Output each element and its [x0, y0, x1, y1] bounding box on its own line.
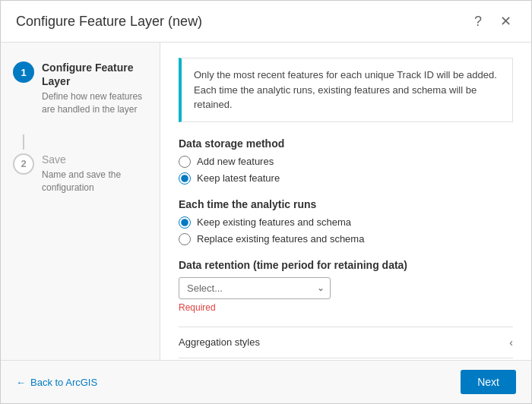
radio-keep-schema[interactable]: Keep existing features and schema: [179, 216, 513, 229]
aggregation-styles-label: Aggregation styles: [179, 336, 260, 348]
retention-select-wrapper: Select... ⌄: [179, 277, 331, 299]
collapsibles: Aggregation styles ‹ Editor tracking ‹: [179, 327, 513, 361]
close-button[interactable]: ✕: [496, 11, 516, 31]
step-label-1: Configure Feature Layer: [42, 61, 147, 88]
storage-radio-group: Add new features Keep latest feature: [179, 156, 513, 185]
radio-keep-schema-input[interactable]: [179, 216, 191, 229]
radio-add-features-label: Add new features: [197, 156, 274, 167]
retention-section-title: Data retention (time period for retainin…: [179, 259, 513, 271]
analytic-section-title: Each time the analytic runs: [179, 198, 513, 210]
info-text: Only the most recent features for each u…: [194, 68, 500, 112]
back-arrow-icon: ←: [16, 377, 26, 388]
step-connector: [23, 134, 24, 150]
retention-section: Data retention (time period for retainin…: [179, 259, 513, 313]
radio-add-features-input[interactable]: [179, 156, 191, 168]
dialog-title: Configure Feature Layer (new): [16, 14, 202, 30]
step-item-2: 2 Save Name and save the configuration: [13, 153, 147, 194]
back-label: Back to ArcGIS: [30, 377, 97, 388]
storage-section-title: Data storage method: [179, 137, 513, 150]
step-circle-1: 1: [13, 62, 34, 83]
radio-keep-latest-label: Keep latest feature: [197, 172, 280, 184]
step-text-1: Configure Feature Layer Define how new f…: [42, 61, 147, 116]
storage-section: Data storage method Add new features Kee…: [179, 137, 513, 185]
radio-keep-latest-input[interactable]: [179, 172, 191, 185]
step-desc-2: Name and save the configuration: [42, 169, 147, 194]
dialog-header: Configure Feature Layer (new) ? ✕: [1, 1, 531, 43]
sidebar: 1 Configure Feature Layer Define how new…: [1, 43, 160, 360]
close-icon: ✕: [500, 13, 511, 30]
required-text: Required: [179, 302, 513, 313]
step-text-2: Save Name and save the configuration: [42, 153, 147, 194]
info-box: Only the most recent features for each u…: [179, 58, 513, 122]
aggregation-styles-row[interactable]: Aggregation styles ‹: [179, 327, 513, 358]
radio-keep-latest[interactable]: Keep latest feature: [179, 172, 513, 185]
retention-select[interactable]: Select...: [179, 277, 331, 299]
analytic-radio-group: Keep existing features and schema Replac…: [179, 216, 513, 245]
next-button[interactable]: Next: [461, 370, 516, 394]
radio-replace-schema[interactable]: Replace existing features and schema: [179, 233, 513, 245]
radio-replace-schema-label: Replace existing features and schema: [197, 233, 364, 245]
help-button[interactable]: ?: [470, 12, 486, 31]
step-label-2: Save: [42, 153, 147, 166]
configure-feature-layer-dialog: Configure Feature Layer (new) ? ✕ 1 Conf…: [0, 0, 532, 404]
analytic-section: Each time the analytic runs Keep existin…: [179, 198, 513, 245]
step-item-1: 1 Configure Feature Layer Define how new…: [13, 61, 147, 116]
header-icons: ? ✕: [470, 11, 516, 31]
step-desc-1: Define how new features are handled in t…: [42, 90, 147, 116]
aggregation-chevron-icon: ‹: [509, 336, 513, 349]
radio-keep-schema-label: Keep existing features and schema: [197, 216, 351, 228]
main-content: Only the most recent features for each u…: [160, 43, 531, 360]
step-circle-2: 2: [13, 153, 34, 175]
help-icon: ?: [474, 14, 482, 30]
radio-add-features[interactable]: Add new features: [179, 156, 513, 168]
dialog-body: 1 Configure Feature Layer Define how new…: [1, 43, 531, 360]
radio-replace-schema-input[interactable]: [179, 233, 191, 245]
back-to-arcgis-button[interactable]: ← Back to ArcGIS: [16, 377, 97, 388]
dialog-footer: ← Back to ArcGIS Next: [1, 360, 531, 403]
